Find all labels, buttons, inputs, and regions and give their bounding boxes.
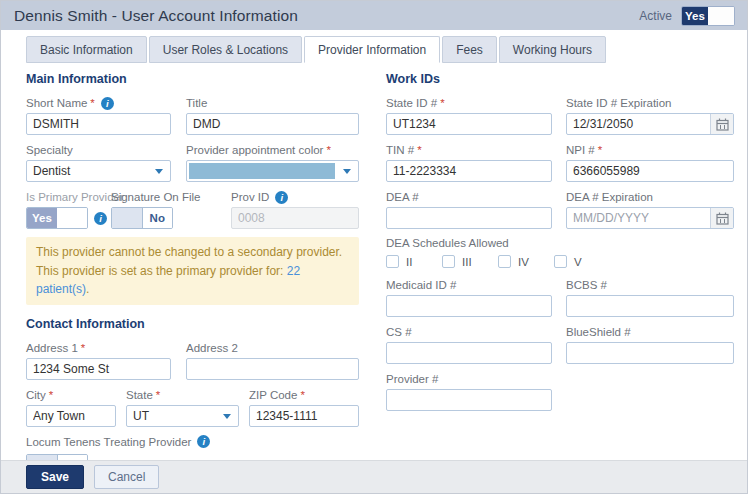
city-input[interactable]	[26, 405, 116, 427]
state-id-field: State ID #*	[386, 96, 552, 135]
save-button[interactable]: Save	[26, 465, 84, 489]
title-field: Title	[186, 96, 359, 135]
state-id-input[interactable]	[386, 113, 552, 135]
footer-bar: Save Cancel	[1, 460, 747, 493]
label-text: State	[126, 389, 153, 401]
dea-expiration-field: DEA # Expiration	[566, 190, 734, 229]
tab-provider-information[interactable]: Provider Information	[304, 36, 440, 63]
field-row: DEA # DEA # Expiration	[386, 190, 734, 229]
main-information-heading: Main Information	[26, 72, 359, 88]
address2-input[interactable]	[186, 358, 359, 380]
label-text: BCBS #	[566, 279, 607, 291]
warning-line-1: This provider cannot be changed to a sec…	[36, 243, 349, 262]
info-icon[interactable]: i	[275, 191, 288, 204]
toggle-off-slot	[57, 208, 87, 228]
label-text: Is Primary Provider	[26, 191, 124, 203]
active-toggle[interactable]: Yes	[681, 6, 735, 26]
address1-label: Address 1*	[26, 341, 171, 355]
tin-input[interactable]	[386, 160, 552, 182]
zip-code-label: ZIP Code*	[249, 388, 359, 402]
active-toggle-off-slot	[708, 7, 734, 25]
appointment-color-swatch	[189, 163, 335, 179]
state-field: State* UT	[126, 388, 239, 427]
warning-text: This provider is set as the primary prov…	[36, 264, 283, 278]
cs-field: CS #	[386, 325, 552, 364]
cancel-button[interactable]: Cancel	[94, 465, 159, 489]
prov-id-input	[231, 207, 359, 229]
date-input-wrap	[566, 113, 734, 135]
dea-schedules-row: II III IV V	[386, 255, 734, 268]
dea-schedule-v-checkbox[interactable]	[554, 255, 567, 268]
required-asterisk: *	[49, 389, 53, 401]
date-input-wrap	[566, 207, 734, 229]
signature-on-file-toggle[interactable]: No	[111, 207, 173, 229]
bcbs-input[interactable]	[566, 295, 734, 317]
zip-code-input[interactable]	[249, 405, 359, 427]
tin-field: TIN #*	[386, 143, 552, 182]
required-asterisk: *	[440, 97, 444, 109]
tab-working-hours[interactable]: Working Hours	[499, 36, 606, 63]
chevron-down-icon	[155, 169, 163, 174]
dea-schedule-iv-checkbox[interactable]	[498, 255, 511, 268]
blueshield-input[interactable]	[566, 342, 734, 364]
label-text: DEA # Expiration	[566, 191, 653, 203]
provider-number-input[interactable]	[386, 389, 552, 411]
appointment-color-select[interactable]	[186, 160, 359, 182]
calendar-icon[interactable]	[710, 208, 733, 228]
field-row: State ID #* State ID # Expiration	[386, 96, 734, 135]
short-name-input[interactable]	[26, 113, 171, 135]
required-asterisk: *	[598, 144, 602, 156]
city-label: City*	[26, 388, 116, 402]
required-asterisk: *	[156, 389, 160, 401]
specialty-field: Specialty Dentist	[26, 143, 171, 182]
label-text: Provider appointment color	[186, 144, 323, 156]
dea-schedule-iii-checkbox[interactable]	[442, 255, 455, 268]
tab-user-roles-locations[interactable]: User Roles & Locations	[149, 36, 302, 63]
medicaid-label: Medicaid ID #	[386, 278, 552, 292]
right-column: Work IDs State ID #* State ID # Expirati…	[386, 72, 734, 476]
dea-schedule-ii-checkbox[interactable]	[386, 255, 399, 268]
label-text: Provider #	[386, 373, 438, 385]
npi-field: NPI #*	[566, 143, 734, 182]
state-id-expiration-label: State ID # Expiration	[566, 96, 734, 110]
label-text: State ID #	[386, 97, 437, 109]
tab-fees[interactable]: Fees	[442, 36, 497, 63]
is-primary-provider-toggle[interactable]: Yes	[26, 207, 88, 229]
dea-schedules-label: DEA Schedules Allowed	[386, 237, 734, 249]
address1-field: Address 1*	[26, 341, 171, 380]
state-id-expiration-input[interactable]	[566, 113, 734, 135]
appointment-color-label: Provider appointment color*	[186, 143, 359, 157]
npi-label: NPI #*	[566, 143, 734, 157]
dea-expiration-input[interactable]	[566, 207, 734, 229]
toggle-no-label: No	[142, 208, 173, 228]
label-text: Address 1	[26, 342, 78, 354]
state-id-expiration-field: State ID # Expiration	[566, 96, 734, 135]
info-icon[interactable]: i	[101, 97, 114, 110]
medicaid-input[interactable]	[386, 295, 552, 317]
cs-input[interactable]	[386, 342, 552, 364]
specialty-select[interactable]: Dentist	[26, 160, 171, 182]
signature-on-file-label: Signature On File	[111, 190, 231, 204]
info-icon[interactable]: i	[94, 212, 107, 225]
title-input[interactable]	[186, 113, 359, 135]
field-row: Specialty Dentist Provider appointment c…	[26, 143, 359, 182]
checkbox-label: IV	[518, 256, 529, 268]
address1-input[interactable]	[26, 358, 171, 380]
field-row: City* State* UT ZIP Code*	[26, 388, 359, 427]
toggle-line: Yes i	[26, 207, 111, 229]
npi-input[interactable]	[566, 160, 734, 182]
dea-input[interactable]	[386, 207, 552, 229]
dea-expiration-label: DEA # Expiration	[566, 190, 734, 204]
toggle-row: Is Primary Provider Yes i Signature On F…	[26, 190, 359, 229]
info-icon[interactable]: i	[197, 435, 210, 448]
chevron-down-icon	[343, 169, 351, 174]
tab-basic-information[interactable]: Basic Information	[26, 36, 147, 63]
required-asterisk: *	[326, 144, 330, 156]
address2-label: Address 2	[186, 341, 359, 355]
required-asterisk: *	[81, 342, 85, 354]
state-label: State*	[126, 388, 239, 402]
state-value: UT	[133, 409, 149, 423]
calendar-icon[interactable]	[710, 114, 733, 134]
warning-text-end: .	[86, 282, 89, 296]
state-select[interactable]: UT	[126, 405, 239, 427]
